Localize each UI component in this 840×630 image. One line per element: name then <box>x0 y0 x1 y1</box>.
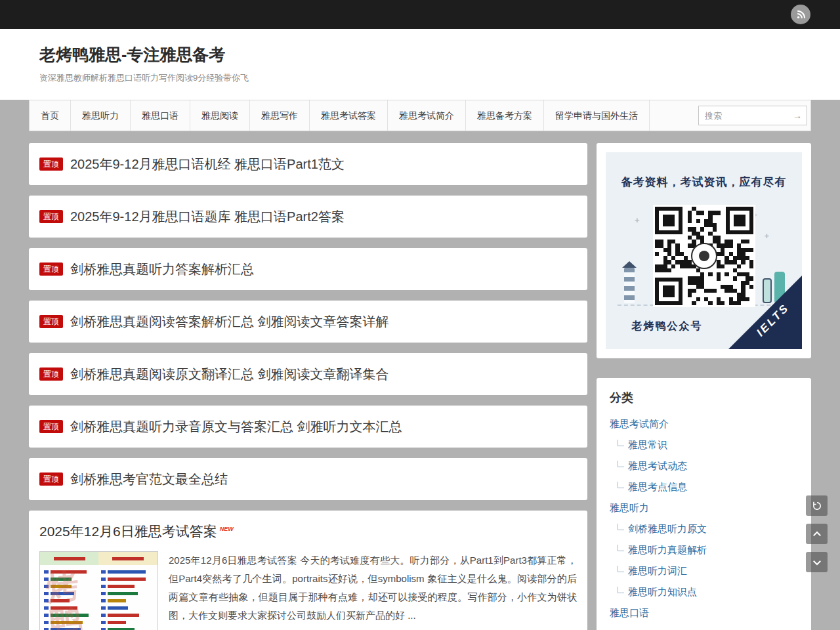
topbar <box>0 0 840 29</box>
categories-list: 雅思考试简介雅思常识雅思考试动态雅思考点信息雅思听力剑桥雅思听力原文雅思听力真题… <box>608 413 799 623</box>
categories-widget: 分类 雅思考试简介雅思常识雅思考试动态雅思考点信息雅思听力剑桥雅思听力原文雅思听… <box>597 378 811 630</box>
nav-item-home[interactable]: 首页 <box>30 100 71 131</box>
category-link-test-centers[interactable]: 雅思考点信息 <box>628 481 687 494</box>
tree-connector-icon <box>618 545 624 551</box>
search-submit-button[interactable]: → <box>790 110 805 121</box>
pinned-post-title[interactable]: 2025年9-12月雅思口语题库 雅思口语Part2答案 <box>70 208 345 226</box>
tree-connector-icon <box>618 461 624 467</box>
category-item-test-centers: 雅思考点信息 <box>610 476 799 497</box>
pinned-post-card: 置顶剑桥雅思真题听力答案解析汇总 <box>29 248 587 290</box>
chevron-down-icon <box>811 556 823 568</box>
pinned-posts-list: 置顶2025年9-12月雅思口语机经 雅思口语Part1范文置顶2025年9-1… <box>29 143 587 500</box>
sidebar: 备考资料，考试资讯，应有尽有 + + + 老烤鸭公众号 <box>597 143 811 630</box>
nav-item-study-abroad[interactable]: 留学申请与国外生活 <box>544 100 650 131</box>
refresh-icon <box>811 500 823 512</box>
pinned-post-title[interactable]: 剑桥雅思真题听力答案解析汇总 <box>70 261 254 278</box>
category-link-exam-news[interactable]: 雅思考试动态 <box>628 460 687 472</box>
category-link-listening-points[interactable]: 雅思听力知识点 <box>628 586 697 598</box>
main-nav: 首页雅思听力雅思口语雅思阅读雅思写作雅思考试答案雅思考试简介雅思备考方案留学申请… <box>30 100 650 131</box>
nav-item-reading[interactable]: 雅思阅读 <box>190 100 250 131</box>
pinned-post-title[interactable]: 2025年9-12月雅思口语机经 雅思口语Part1范文 <box>70 156 345 173</box>
category-link-listening[interactable]: 雅思听力 <box>610 502 649 514</box>
main-navbar: 首页雅思听力雅思口语雅思阅读雅思写作雅思考试答案雅思考试简介雅思备考方案留学申请… <box>29 100 811 131</box>
qr-finder-icon <box>726 207 753 234</box>
tree-connector-icon <box>618 524 624 530</box>
article-title-text: 2025年12月6日雅思考试答案 <box>39 524 217 539</box>
rss-icon[interactable] <box>791 5 810 24</box>
article-title[interactable]: 2025年12月6日雅思考试答案NEW <box>39 522 577 541</box>
pinned-badge: 置顶 <box>39 368 63 381</box>
article-thumbnail[interactable]: 烤鸭 <box>39 551 158 630</box>
qr-finder-icon <box>655 207 682 234</box>
article-body: 烤鸭 2025年12月6日雅思考试答案 今天的考试难度有些大。听力部分，从Par… <box>39 551 577 630</box>
pinned-post-title[interactable]: 剑桥雅思真题听力录音原文与答案汇总 剑雅听力文本汇总 <box>70 418 402 436</box>
category-link-listening-analysis[interactable]: 雅思听力真题解析 <box>628 544 707 556</box>
promo-caption: 老烤鸭公众号 <box>606 320 728 333</box>
pinned-post-card: 置顶剑桥雅思真题听力录音原文与答案汇总 剑雅听力文本汇总 <box>29 406 587 448</box>
category-item-listening-vocab: 雅思听力词汇 <box>610 560 799 581</box>
site-header: 老烤鸭雅思-专注雅思备考 资深雅思教师解析雅思口语听力写作阅读9分经验带你飞 <box>0 29 840 100</box>
sparkle-icon: + <box>635 215 640 225</box>
category-item-listening-scripts: 剑桥雅思听力原文 <box>610 518 799 539</box>
pinned-badge: 置顶 <box>39 210 63 223</box>
category-item-speaking: 雅思口语 <box>610 602 799 623</box>
scroll-up-button[interactable] <box>806 524 828 544</box>
pinned-post-card: 置顶剑桥雅思考官范文最全总结 <box>29 458 587 500</box>
nav-item-listening[interactable]: 雅思听力 <box>71 100 131 131</box>
pinned-badge: 置顶 <box>39 472 63 486</box>
promo-headline: 备考资料，考试资讯，应有尽有 <box>606 152 802 190</box>
nav-item-prep-plan[interactable]: 雅思备考方案 <box>466 100 544 131</box>
lighthouse-icon <box>624 268 635 303</box>
scroll-refresh-button[interactable] <box>806 495 828 516</box>
float-toolbar <box>806 495 828 580</box>
category-link-speaking[interactable]: 雅思口语 <box>610 607 649 620</box>
category-link-ielts-basics[interactable]: 雅思常识 <box>628 439 667 452</box>
nav-item-speaking[interactable]: 雅思口语 <box>131 100 190 131</box>
new-badge: NEW <box>220 526 234 532</box>
qr-mascot-icon <box>691 243 717 269</box>
pinned-post-title[interactable]: 剑桥雅思真题阅读原文翻译汇总 剑雅阅读文章翻译集合 <box>70 366 389 383</box>
ielts-corner-ribbon <box>728 276 802 349</box>
category-item-listening: 雅思听力 <box>610 497 799 518</box>
promo-widget: 备考资料，考试资讯，应有尽有 + + + 老烤鸭公众号 <box>597 143 811 358</box>
tree-connector-icon <box>618 587 624 593</box>
pinned-post-title[interactable]: 剑桥雅思考官范文最全总结 <box>70 471 228 488</box>
main-column: 置顶2025年9-12月雅思口语机经 雅思口语Part1范文置顶2025年9-1… <box>29 143 587 630</box>
pinned-post-card: 置顶剑桥雅思真题阅读答案解析汇总 剑雅阅读文章答案详解 <box>29 301 587 343</box>
site-title[interactable]: 老烤鸭雅思-专注雅思备考 <box>39 44 811 66</box>
scroll-down-button[interactable] <box>806 552 828 572</box>
category-item-exam-news: 雅思考试动态 <box>610 455 799 476</box>
promo-image[interactable]: 备考资料，考试资讯，应有尽有 + + + 老烤鸭公众号 <box>606 152 802 349</box>
pinned-badge: 置顶 <box>39 315 63 328</box>
category-item-ielts-basics: 雅思常识 <box>610 434 799 455</box>
chevron-up-icon <box>811 528 823 540</box>
category-item-exam-intro: 雅思考试简介 <box>610 413 799 434</box>
categories-title: 分类 <box>610 390 799 406</box>
tree-connector-icon <box>618 440 624 446</box>
thumbnail-header-band <box>40 552 158 565</box>
search-box: → <box>698 106 807 125</box>
category-link-listening-scripts[interactable]: 剑桥雅思听力原文 <box>628 523 707 536</box>
category-link-listening-vocab[interactable]: 雅思听力词汇 <box>628 565 687 578</box>
article-excerpt: 2025年12月6日雅思考试答案 今天的考试难度有些大。听力部分，从Part1到… <box>169 551 577 630</box>
nav-item-exam-answers[interactable]: 雅思考试答案 <box>310 100 388 131</box>
pinned-badge: 置顶 <box>39 158 63 171</box>
pinned-post-card: 置顶2025年9-12月雅思口语题库 雅思口语Part2答案 <box>29 196 587 238</box>
category-item-listening-points: 雅思听力知识点 <box>610 581 799 602</box>
category-link-exam-intro[interactable]: 雅思考试简介 <box>610 418 669 430</box>
article-card: 2025年12月6日雅思考试答案NEW 烤鸭 2025年12月6日雅思考试答案 … <box>29 511 587 630</box>
pinned-badge: 置顶 <box>39 262 63 276</box>
qr-finder-icon <box>655 278 682 305</box>
thumbnail-table-rows <box>40 565 158 630</box>
pinned-post-card: 置顶剑桥雅思真题阅读原文翻译汇总 剑雅阅读文章翻译集合 <box>29 353 587 395</box>
category-item-listening-analysis: 雅思听力真题解析 <box>610 539 799 560</box>
nav-item-exam-intro[interactable]: 雅思考试简介 <box>388 100 466 131</box>
pinned-badge: 置顶 <box>39 420 63 433</box>
site-subtitle: 资深雅思教师解析雅思口语听力写作阅读9分经验带你飞 <box>39 72 811 84</box>
nav-item-writing[interactable]: 雅思写作 <box>250 100 310 131</box>
tree-connector-icon <box>618 566 624 572</box>
tree-connector-icon <box>618 482 624 488</box>
pinned-post-card: 置顶2025年9-12月雅思口语机经 雅思口语Part1范文 <box>29 143 587 185</box>
pinned-post-title[interactable]: 剑桥雅思真题阅读答案解析汇总 剑雅阅读文章答案详解 <box>70 313 389 331</box>
sparkle-icon: + <box>764 231 769 241</box>
